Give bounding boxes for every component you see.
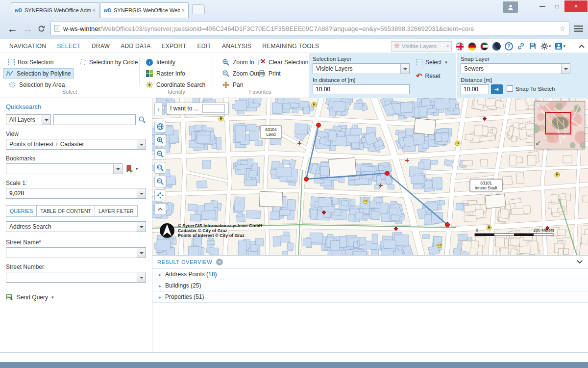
- browser-tab-admin[interactable]: wD SYNERGIS WebOffice Adm ×: [11, 2, 99, 18]
- maximize-button[interactable]: □: [550, 0, 564, 12]
- result-row-address-points[interactable]: ▸ Address Points (18): [152, 269, 588, 280]
- ribbon-tab-export[interactable]: EXPORT: [156, 39, 192, 53]
- i-want-to-input[interactable]: [202, 104, 225, 113]
- scale-combo[interactable]: [6, 188, 146, 199]
- street-name-input[interactable]: [9, 249, 136, 256]
- close-button[interactable]: ×: [564, 0, 588, 12]
- forward-icon[interactable]: →: [23, 24, 33, 34]
- map-viewport: HHHHHHH63104Lend63101Innere Stadt© Syner…: [152, 98, 588, 255]
- ribbon-tab-select[interactable]: SELECT: [51, 39, 86, 53]
- tool-zoom-in[interactable]: Zoom In: [220, 57, 257, 67]
- collapse-results-icon[interactable]: [576, 260, 583, 264]
- send-query-caret[interactable]: ▾: [51, 295, 54, 300]
- tool-selection-by-area[interactable]: Selection by Area: [6, 79, 67, 90]
- tool-pan[interactable]: Pan: [220, 79, 245, 90]
- bookmark-menu-caret[interactable]: ▾: [136, 166, 138, 171]
- share-link-icon[interactable]: [517, 42, 525, 50]
- selection-layer-dropdown[interactable]: Visible Layers: [313, 63, 410, 74]
- tool-box-selection[interactable]: Box Selection: [6, 57, 56, 67]
- new-tab-button[interactable]: [192, 4, 205, 14]
- zoom-previous-icon[interactable]: [154, 176, 166, 187]
- tool-selection-by-polyline[interactable]: Selection by Polyline: [3, 68, 74, 79]
- ribbon-tab-navigation[interactable]: NAVIGATION: [4, 39, 51, 53]
- zoom-in-map-icon[interactable]: [154, 134, 166, 146]
- visible-layers-dropdown-disabled[interactable]: Visible Layers ▾: [391, 41, 452, 52]
- close-results-icon[interactable]: ×: [216, 259, 223, 265]
- collapse-ribbon-icon[interactable]: [578, 44, 585, 49]
- tool-clear-selection[interactable]: Clear Selection: [255, 57, 311, 67]
- tab-queries[interactable]: QUERIES: [6, 205, 37, 217]
- select-dropdown-button[interactable]: Select ▾: [414, 57, 450, 67]
- overview-map[interactable]: [534, 101, 585, 149]
- globe-icon[interactable]: [154, 121, 166, 132]
- street-name-combo[interactable]: [6, 247, 146, 258]
- map-canvas[interactable]: HHHHHHH63104Lend63101Innere Stadt© Syner…: [152, 98, 588, 255]
- add-bookmark-icon[interactable]: [125, 165, 133, 173]
- menu-icon[interactable]: [574, 26, 583, 32]
- tool-raster-info[interactable]: Raster Info: [143, 68, 188, 79]
- browser-user-button[interactable]: [503, 1, 518, 13]
- send-query-icon: [6, 293, 14, 301]
- reset-button[interactable]: ↶ Reset: [414, 71, 443, 81]
- selection-layer-label: Selection Layer: [313, 56, 351, 62]
- tab-close-icon[interactable]: ×: [93, 7, 96, 13]
- street-number-input[interactable]: [9, 274, 136, 281]
- favorites-star-icon[interactable]: ☆: [559, 25, 565, 32]
- tool-coordinate-search[interactable]: Coordinate Search: [143, 79, 208, 90]
- quicksearch-layer-dropdown[interactable]: All Layers: [6, 114, 51, 125]
- collapse-map-toolbar-icon[interactable]: [154, 203, 166, 215]
- expand-triangle-icon[interactable]: ▸: [159, 272, 161, 277]
- zoom-out-map-icon[interactable]: [154, 148, 166, 160]
- collapse-sidebar-icon[interactable]: ‹: [154, 103, 163, 115]
- ribbon-tab-remaining-tools[interactable]: REMAINING TOOLS: [257, 39, 324, 53]
- street-name-label: Street Name: [6, 239, 39, 246]
- search-icon[interactable]: [138, 116, 146, 124]
- tab-close-icon[interactable]: ×: [182, 7, 185, 13]
- snap-to-sketch-checkbox[interactable]: [507, 85, 513, 92]
- tab-layer-filter[interactable]: LAYER FILTER: [95, 205, 138, 217]
- send-query-button[interactable]: Send Query ▾: [6, 293, 146, 301]
- bookmarks-label: Bookmarks: [6, 155, 146, 162]
- pan-navigate-icon[interactable]: [154, 189, 166, 201]
- result-row-buildings[interactable]: ▸ Buildings (25): [152, 280, 588, 291]
- apply-distance-button[interactable]: [491, 84, 503, 94]
- result-row-properties[interactable]: ▸ Properties (51): [152, 291, 588, 303]
- night-mode-icon[interactable]: [492, 42, 501, 51]
- language-english-icon[interactable]: [456, 42, 464, 51]
- help-icon[interactable]: ?: [505, 42, 513, 51]
- language-arabic-icon[interactable]: [480, 42, 489, 51]
- settings-gear-icon[interactable]: ▾: [540, 42, 551, 50]
- view-dropdown[interactable]: Points of Interest + Cadaster: [6, 139, 146, 150]
- scale-input[interactable]: [9, 190, 136, 197]
- ribbon-tab-add-data[interactable]: ADD DATA: [115, 39, 156, 53]
- url-field[interactable]: w-ws-wintner /WebOffice103/synserver;jse…: [50, 22, 569, 35]
- tab-table-of-content[interactable]: TABLE OF CONTENT: [36, 205, 95, 217]
- minimize-button[interactable]: —: [535, 0, 550, 12]
- distance-input[interactable]: [461, 84, 489, 94]
- snap-to-sketch-option[interactable]: Snap To Sketch: [507, 85, 555, 92]
- tool-print[interactable]: Print: [255, 68, 283, 79]
- i-want-to-button[interactable]: I want to ...: [166, 103, 229, 114]
- query-type-dropdown[interactable]: Address Search: [6, 221, 146, 232]
- bookmarks-dropdown[interactable]: [6, 163, 122, 174]
- snap-layer-dropdown[interactable]: Sewers: [461, 63, 570, 74]
- expand-triangle-icon[interactable]: ▸: [159, 283, 161, 289]
- quicksearch-input[interactable]: [53, 114, 136, 125]
- overview-expand-icon[interactable]: [536, 139, 541, 148]
- ribbon-tab-analysis[interactable]: ANALYSIS: [217, 39, 257, 53]
- in-distance-input[interactable]: [313, 84, 410, 94]
- save-icon[interactable]: [529, 42, 537, 50]
- login-user-icon[interactable]: ▾: [555, 42, 565, 50]
- ribbon-tab-edit[interactable]: EDIT: [192, 39, 217, 53]
- tool-selection-by-circle[interactable]: Selection by Circle: [77, 57, 140, 67]
- street-number-combo[interactable]: [6, 272, 146, 283]
- polyline-selection-icon: [6, 70, 14, 78]
- expand-triangle-icon[interactable]: ▸: [159, 294, 161, 300]
- refresh-icon[interactable]: [38, 25, 45, 32]
- language-german-icon[interactable]: [468, 42, 476, 51]
- browser-tab-web[interactable]: wD SYNERGIS WebOffice Web ×: [100, 2, 189, 18]
- back-icon[interactable]: ←: [7, 24, 18, 34]
- ribbon-tab-draw[interactable]: DRAW: [86, 39, 115, 53]
- tool-identify[interactable]: i Identify: [143, 57, 178, 67]
- zoom-full-extent-icon[interactable]: [154, 162, 166, 174]
